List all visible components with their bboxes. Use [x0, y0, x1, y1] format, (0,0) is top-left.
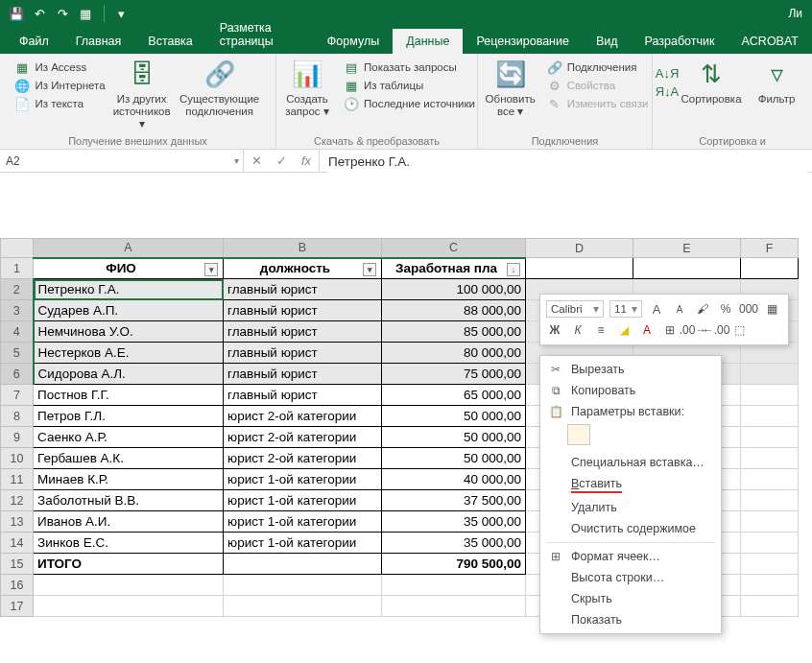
- ctx-insert[interactable]: Вставить: [540, 473, 721, 497]
- tab-view[interactable]: Вид: [583, 29, 632, 54]
- row-header-2[interactable]: 2: [1, 279, 34, 300]
- mini-merge-icon[interactable]: ⬚: [730, 321, 748, 339]
- cell-A3[interactable]: Сударев А.П.: [34, 300, 224, 321]
- mini-bold-button[interactable]: Ж: [546, 321, 563, 339]
- from-table-button[interactable]: ▦Из таблицы: [344, 78, 475, 93]
- cell-B6[interactable]: главный юрист: [224, 364, 382, 385]
- tab-formulas[interactable]: Формулы: [314, 29, 393, 54]
- tab-review[interactable]: Рецензирование: [463, 29, 583, 54]
- ctx-clear[interactable]: Очистить содержимое: [540, 518, 721, 539]
- mini-border-icon[interactable]: ⊞: [661, 321, 679, 339]
- row-header-15[interactable]: 15: [1, 554, 34, 575]
- cell-B15[interactable]: [224, 554, 382, 575]
- filter-drop-A-icon[interactable]: ▾: [204, 263, 218, 276]
- from-access-button[interactable]: ▦Из Access: [14, 59, 105, 75]
- cell-A11[interactable]: Минаев К.Р.: [34, 469, 224, 490]
- col-header-D[interactable]: D: [526, 239, 633, 258]
- cell-F16[interactable]: [741, 575, 799, 596]
- cell-A15[interactable]: ИТОГО: [34, 554, 224, 575]
- cell-A14[interactable]: Зинков Е.С.: [34, 533, 224, 554]
- col-header-A[interactable]: A: [34, 239, 224, 258]
- cell-C16[interactable]: [382, 575, 526, 596]
- cell-B2[interactable]: главный юрист: [224, 279, 382, 300]
- cell-B12[interactable]: юрист 1-ой категории: [224, 490, 382, 511]
- cell-B11[interactable]: юрист 1-ой категории: [224, 469, 382, 490]
- cell-A2[interactable]: Петренко Г.А.: [34, 279, 224, 300]
- cell-C7[interactable]: 65 000,00: [382, 385, 526, 406]
- ctx-delete[interactable]: Удалить: [540, 497, 721, 518]
- tab-developer[interactable]: Разработчик: [632, 29, 728, 54]
- cell-A10[interactable]: Гербашев А.К.: [34, 448, 224, 469]
- cell-A4[interactable]: Немчинова У.О.: [34, 321, 224, 343]
- mini-font-select[interactable]: Calibri ▾: [546, 300, 604, 318]
- qat-dropdown-icon[interactable]: ▾: [110, 3, 131, 24]
- select-all-corner[interactable]: [1, 239, 34, 258]
- name-box-dropdown-icon[interactable]: ▾: [234, 155, 239, 166]
- mini-shrink-font-button[interactable]: A: [671, 300, 688, 318]
- sort-az-button[interactable]: А↓Я: [659, 65, 675, 81]
- filter-drop-B-icon[interactable]: ▾: [363, 263, 376, 276]
- cell-B10[interactable]: юрист 2-ой категории: [224, 448, 382, 469]
- cell-F7[interactable]: [741, 385, 799, 406]
- cell-A17[interactable]: [34, 596, 224, 617]
- mini-fontcolor-icon[interactable]: A: [638, 321, 656, 339]
- row-header-5[interactable]: 5: [1, 343, 34, 364]
- cell-A6[interactable]: Сидорова А.Л.: [34, 364, 224, 385]
- cell-B16[interactable]: [224, 575, 382, 596]
- cell-B1[interactable]: должность▾: [224, 258, 382, 279]
- tab-insert[interactable]: Вставка: [134, 29, 205, 54]
- mini-format-painter-icon[interactable]: 🖌: [694, 300, 711, 318]
- cell-B4[interactable]: главный юрист: [224, 321, 382, 343]
- row-header-16[interactable]: 16: [1, 575, 34, 596]
- row-header-1[interactable]: 1: [1, 258, 34, 279]
- cell-C13[interactable]: 35 000,00: [382, 511, 526, 533]
- cell-C15[interactable]: 790 500,00: [382, 554, 526, 575]
- row-header-10[interactable]: 10: [1, 448, 34, 469]
- row-header-12[interactable]: 12: [1, 490, 34, 511]
- cell-C3[interactable]: 88 000,00: [382, 300, 526, 321]
- fx-icon[interactable]: fx: [294, 154, 319, 168]
- qat-customize-icon[interactable]: ▦: [75, 3, 96, 24]
- col-header-C[interactable]: C: [382, 239, 526, 258]
- mini-comma-button[interactable]: 000: [740, 300, 757, 318]
- cell-F14[interactable]: [741, 533, 799, 554]
- ctx-show[interactable]: Показать: [540, 609, 721, 630]
- cell-C5[interactable]: 80 000,00: [382, 343, 526, 364]
- row-header-9[interactable]: 9: [1, 427, 34, 448]
- cell-C14[interactable]: 35 000,00: [382, 533, 526, 554]
- cell-C4[interactable]: 85 000,00: [382, 321, 526, 343]
- cell-F11[interactable]: [741, 469, 799, 490]
- cell-B3[interactable]: главный юрист: [224, 300, 382, 321]
- cell-C17[interactable]: [382, 596, 526, 617]
- refresh-all-button[interactable]: 🔄 Обновить все ▾: [482, 58, 539, 120]
- cell-A5[interactable]: Нестерков А.Е.: [34, 343, 224, 364]
- undo-icon[interactable]: ↶: [29, 3, 50, 24]
- cell-A9[interactable]: Саенко А.Р.: [34, 427, 224, 448]
- cell-C6[interactable]: 75 000,00: [382, 364, 526, 385]
- mini-align-icon[interactable]: ≡: [592, 321, 609, 339]
- cell-C1[interactable]: Заработная пла↓: [382, 258, 526, 279]
- cell-B17[interactable]: [224, 596, 382, 617]
- cell-B14[interactable]: юрист 1-ой категории: [224, 533, 382, 554]
- ctx-hide[interactable]: Скрыть: [540, 588, 721, 609]
- cell-F12[interactable]: [741, 490, 799, 511]
- cell-F8[interactable]: [741, 406, 799, 427]
- row-header-11[interactable]: 11: [1, 469, 34, 490]
- mini-accounting-icon[interactable]: ▦: [763, 300, 780, 318]
- row-header-17[interactable]: 17: [1, 596, 34, 617]
- row-header-13[interactable]: 13: [1, 511, 34, 533]
- redo-icon[interactable]: ↷: [52, 3, 73, 24]
- mini-dec-decimal-icon[interactable]: .00→: [684, 321, 702, 339]
- tab-acrobat[interactable]: ACROBAT: [728, 29, 813, 54]
- mini-percent-button[interactable]: %: [717, 300, 734, 318]
- cell-C9[interactable]: 50 000,00: [382, 427, 526, 448]
- cell-A16[interactable]: [34, 575, 224, 596]
- cell-F1[interactable]: [741, 258, 799, 279]
- cell-C12[interactable]: 37 500,00: [382, 490, 526, 511]
- cell-F9[interactable]: [741, 427, 799, 448]
- cell-B9[interactable]: юрист 2-ой категории: [224, 427, 382, 448]
- filter-drop-C-icon[interactable]: ↓: [507, 263, 520, 276]
- mini-grow-font-button[interactable]: A: [648, 300, 665, 318]
- row-header-3[interactable]: 3: [1, 300, 34, 321]
- cell-B5[interactable]: главный юрист: [224, 343, 382, 364]
